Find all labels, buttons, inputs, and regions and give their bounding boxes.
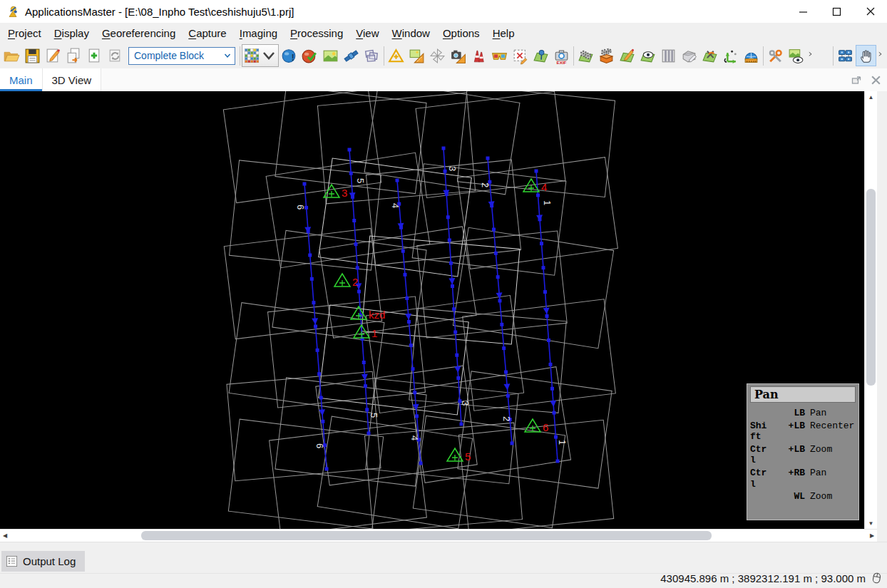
open-project-button[interactable] <box>1 45 22 66</box>
menu-imaging[interactable]: Imaging <box>233 25 284 41</box>
transform-axes-button[interactable] <box>720 45 741 66</box>
eye-map-button[interactable] <box>637 45 658 66</box>
image-footprint <box>366 160 521 265</box>
photo-center <box>415 414 419 418</box>
toolbar-right-group <box>831 45 886 66</box>
coordinates-readout: 430945.896 m ; 3892312.191 m ; 93.000 m <box>660 572 866 584</box>
restore-window-icon[interactable] <box>851 74 862 86</box>
photo-center <box>405 296 409 300</box>
overflow-chevron[interactable] <box>876 45 886 66</box>
flight-direction-arrow <box>488 201 496 208</box>
scroll-up-arrow[interactable]: ▲ <box>865 92 877 102</box>
menu-window[interactable]: Window <box>386 25 436 41</box>
satellite-button[interactable] <box>341 45 362 66</box>
photo-center <box>451 284 454 288</box>
sphere-check-button[interactable] <box>299 45 320 66</box>
extent-edit-button[interactable] <box>510 45 530 66</box>
photo-center <box>321 420 324 423</box>
minimize-button[interactable] <box>786 0 820 23</box>
horizontal-scrollbar-thumb[interactable] <box>141 531 712 540</box>
gears-map-button[interactable] <box>575 45 596 66</box>
building-pencil-button[interactable] <box>679 45 699 66</box>
photo-center <box>502 346 506 350</box>
scroll-right-arrow[interactable]: ▶ <box>867 530 877 542</box>
mdi-window-controls <box>851 68 887 91</box>
block-mode-combobox[interactable]: Complete Block <box>128 47 235 65</box>
vertical-scrollbar[interactable]: ▲ ▼ <box>864 91 877 529</box>
menu-help[interactable]: Help <box>486 25 521 41</box>
menu-processing[interactable]: Processing <box>284 25 349 41</box>
menu-project[interactable]: Project <box>1 25 48 41</box>
scroll-left-arrow[interactable]: ◀ <box>0 530 10 542</box>
scroll-down-arrow[interactable]: ▼ <box>865 518 877 528</box>
menu-display[interactable]: Display <box>48 25 96 41</box>
stereo-glasses-icon <box>491 47 508 65</box>
pan-modifier: Shift <box>750 421 770 443</box>
photo-center <box>367 432 371 435</box>
add-page-button[interactable] <box>84 45 105 66</box>
refresh-pages-button[interactable] <box>105 45 125 66</box>
control-point-label: 2 <box>352 276 358 288</box>
image-footprint <box>458 420 613 529</box>
close-button[interactable] <box>853 0 887 23</box>
chevron-down-icon <box>223 51 232 60</box>
pan-mouse-button: +RB <box>775 468 805 490</box>
menu-capture[interactable]: Capture <box>182 25 232 41</box>
sphere-info-icon: ! <box>280 47 298 65</box>
menu-view[interactable]: View <box>349 25 385 41</box>
strips-panel-button[interactable] <box>658 45 679 66</box>
pinwheel-icon <box>429 47 446 65</box>
photo-center <box>540 242 543 245</box>
pin-map-button[interactable] <box>530 45 551 66</box>
tab-3d-view[interactable]: 3D View <box>43 68 102 91</box>
overflow-chevron[interactable] <box>806 45 816 66</box>
pan-modifier <box>750 491 770 502</box>
menu-georeferencing[interactable]: Georeferencing <box>96 25 182 41</box>
pan-hand-button[interactable] <box>856 45 876 66</box>
pinwheel-button[interactable] <box>427 45 448 66</box>
vertical-scrollbar-thumb[interactable] <box>866 189 876 386</box>
pencil-map-button[interactable] <box>617 45 637 66</box>
wrench-tools-button[interactable] <box>765 45 786 66</box>
image-viewer-button[interactable] <box>320 45 341 66</box>
triangle-add-button[interactable] <box>386 45 406 66</box>
block-view-canvas[interactable]: 665544332211342kzd165 Pan LBPanShift+LBR… <box>0 91 864 529</box>
maximize-button[interactable] <box>820 0 853 23</box>
edit-project-button[interactable] <box>43 45 63 66</box>
image-ruler-icon <box>408 47 426 65</box>
tab-main[interactable]: Main <box>0 68 43 91</box>
strip-label-bottom: 1 <box>557 440 568 445</box>
image-footprint <box>230 160 381 270</box>
camera-exif-button[interactable]: EXIF <box>551 45 572 66</box>
tools-map-button[interactable] <box>699 45 720 66</box>
window-controls <box>786 0 887 23</box>
flight-strip-2: 22 <box>480 157 514 445</box>
toolbar-separator <box>573 46 574 66</box>
image-ruler-button[interactable] <box>406 45 427 66</box>
stereo-glasses-button[interactable] <box>489 45 510 66</box>
photo-center <box>364 384 367 388</box>
horizontal-scrollbar[interactable]: ◀ ▶ <box>0 529 877 542</box>
thumbnail-grid-button[interactable] <box>242 44 279 67</box>
strip-label-top: 5 <box>355 178 366 183</box>
status-bar: 430945.896 m ; 3892312.191 m ; 93.000 m <box>660 571 883 585</box>
image-viewer-icon <box>322 47 339 65</box>
copy-pages-button[interactable] <box>63 45 84 66</box>
menu-options[interactable]: Options <box>436 25 486 41</box>
globe-ruler-button[interactable] <box>741 45 762 66</box>
camera-network-button[interactable] <box>835 45 856 66</box>
flight-direction-arrow <box>543 308 550 315</box>
save-project-button[interactable] <box>22 45 43 66</box>
minimize-icon <box>799 7 808 16</box>
overflow-chevron-icon <box>876 51 886 61</box>
image-eye-button[interactable] <box>786 45 806 66</box>
footprints-button[interactable] <box>362 45 382 66</box>
output-log-button[interactable]: Output Log <box>1 551 85 572</box>
close-view-icon[interactable] <box>871 75 881 86</box>
gears-box-button[interactable] <box>596 45 617 66</box>
photo-center <box>535 170 538 173</box>
sphere-info-button[interactable]: ! <box>279 45 299 66</box>
camera-ruler-button[interactable] <box>448 45 468 66</box>
control-point-2: 2 <box>334 274 358 288</box>
antenna-button[interactable] <box>468 45 489 66</box>
